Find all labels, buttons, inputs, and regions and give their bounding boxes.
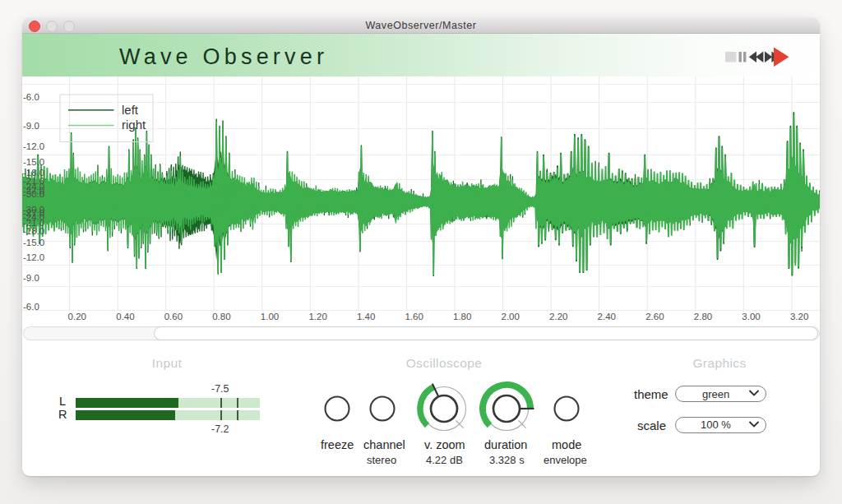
svg-text:-30.0: -30.0 (23, 188, 44, 198)
svg-text:1.80: 1.80 (453, 311, 471, 321)
svg-text:1.20: 1.20 (308, 311, 326, 321)
svg-text:3.20: 3.20 (790, 311, 808, 321)
svg-text:0.40: 0.40 (116, 311, 134, 321)
svg-text:0.80: 0.80 (212, 311, 230, 321)
svg-text:left: left (122, 102, 139, 116)
svg-text:1.60: 1.60 (405, 311, 423, 321)
svg-text:-9.0: -9.0 (23, 273, 39, 283)
svg-text:2.40: 2.40 (598, 311, 616, 321)
svg-text:2.00: 2.00 (502, 311, 520, 321)
svg-text:2.80: 2.80 (694, 311, 712, 321)
svg-text:-6.0: -6.0 (23, 302, 39, 312)
svg-text:-15.0: -15.0 (23, 237, 44, 247)
svg-text:1.40: 1.40 (357, 311, 375, 321)
svg-text:-15.0: -15.0 (23, 156, 44, 166)
svg-text:3.00: 3.00 (742, 311, 760, 321)
svg-text:-6.0: -6.0 (23, 91, 39, 101)
svg-text:2.20: 2.20 (549, 311, 567, 321)
svg-text:-12.0: -12.0 (23, 252, 44, 261)
svg-text:-9.0: -9.0 (23, 120, 39, 130)
svg-text:-12.0: -12.0 (23, 141, 44, 151)
svg-text:0.60: 0.60 (164, 311, 183, 321)
svg-text:0.20: 0.20 (68, 311, 86, 321)
svg-text:1.00: 1.00 (261, 311, 279, 321)
svg-text:2.60: 2.60 (645, 311, 664, 321)
svg-text:right: right (122, 118, 146, 132)
svg-text:-30.0: -30.0 (23, 205, 44, 215)
